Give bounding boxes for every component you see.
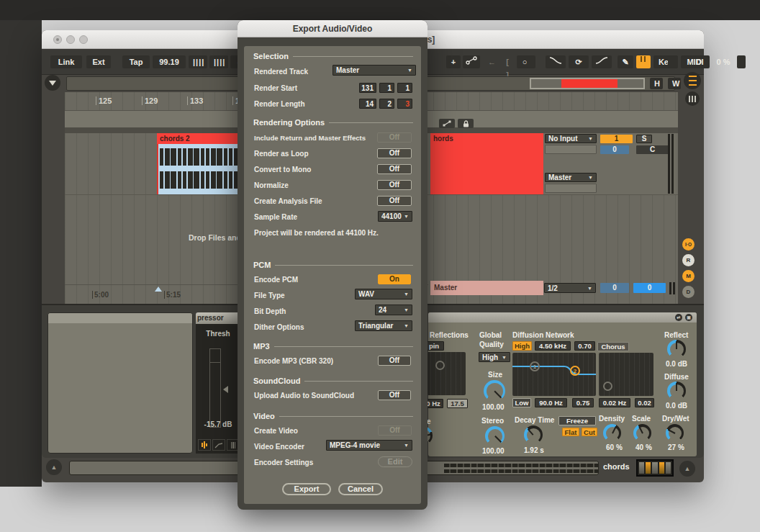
dn-low-freq[interactable]: 90.0 Hz [535, 398, 567, 407]
include-return-toggle[interactable]: Off [377, 132, 412, 143]
device-chain-overview[interactable] [636, 459, 674, 477]
compressor-title[interactable]: pressor [196, 312, 240, 324]
link-button[interactable]: Link [50, 55, 82, 68]
send-knob-value[interactable]: 0 [600, 145, 629, 154]
normalize-toggle[interactable]: Off [377, 180, 412, 190]
nudge-up-icon[interactable]: |||| [209, 55, 228, 68]
upload-soundcloud-toggle[interactable]: Off [378, 390, 411, 400]
overview-h-button[interactable]: H [650, 78, 663, 89]
freeze-button[interactable]: Freeze [558, 416, 596, 425]
automation-nodes-icon[interactable] [463, 55, 480, 68]
export-button[interactable]: Export [282, 483, 331, 495]
minimize-button[interactable] [66, 35, 75, 44]
quality-dropdown[interactable]: High▼ [479, 352, 510, 362]
scale-value[interactable]: 40 % [635, 443, 652, 451]
output-channel-box[interactable] [545, 184, 597, 193]
lock-icon[interactable] [458, 119, 474, 128]
dry-wet-value[interactable]: 27 % [668, 443, 684, 451]
input-routing-dropdown[interactable]: No Input▼ [545, 134, 597, 143]
diffuse-value[interactable]: 0.0 dB [666, 402, 687, 410]
cancel-button[interactable]: Cancel [338, 483, 383, 495]
threshold-handle-icon[interactable] [223, 386, 228, 393]
reverb-title-bar[interactable]: ⇄ ▣ [428, 312, 697, 323]
dn-high-toggle[interactable]: High [512, 341, 532, 351]
delay-section-toggle[interactable]: D [682, 286, 695, 298]
render-start-beat[interactable]: 1 [379, 83, 394, 93]
hot-swap-icon[interactable]: ⇄ [675, 314, 682, 321]
encode-pcm-toggle[interactable]: On [378, 274, 411, 284]
dn-marker-1[interactable]: 1 [530, 361, 540, 371]
output-routing-dropdown[interactable]: Master▼ [545, 173, 597, 182]
save-preset-icon[interactable]: ▣ [685, 314, 692, 321]
track-activator[interactable]: 1 [600, 135, 633, 143]
dn-low-q[interactable]: 0.75 [572, 398, 594, 407]
dn-high-q[interactable]: 0.70 [574, 341, 595, 351]
spin-amount-value[interactable]: 17.5 [447, 399, 468, 408]
rendered-track-dropdown[interactable]: Master▼ [332, 65, 416, 76]
piano-keyboard-icon[interactable] [636, 55, 651, 68]
maximize-button[interactable] [79, 35, 88, 44]
playhead-marker-icon[interactable] [155, 287, 162, 292]
mixer-section-toggle[interactable]: M [682, 270, 695, 282]
encode-mp3-toggle[interactable]: Off [378, 356, 411, 366]
file-type-dropdown[interactable]: WAV▼ [355, 289, 412, 299]
back-arrow-icon[interactable]: ← [484, 55, 498, 68]
device-scroll-right-icon[interactable]: ▲ [679, 461, 695, 477]
crossfade-assign[interactable]: C [636, 145, 669, 154]
spin-xy-graph[interactable] [425, 352, 466, 395]
encoder-settings-edit-button[interactable]: Edit [378, 456, 412, 467]
input-channel-box[interactable] [545, 145, 597, 154]
chorus-amount-value[interactable]: 0.02 [635, 398, 654, 407]
chorus-toggle[interactable]: Chorus [597, 342, 629, 351]
create-video-toggle[interactable]: Off [378, 425, 412, 436]
returns-section-toggle[interactable]: R [682, 254, 695, 266]
dn-filter-graph[interactable]: 1 2 [512, 353, 596, 396]
device-scroll-left-icon[interactable]: ▲ [46, 459, 62, 475]
reflect-knob[interactable] [667, 340, 686, 359]
master-pan-value[interactable]: 0 [600, 283, 629, 293]
dn-marker-2[interactable]: 2 [570, 366, 580, 376]
convert-to-mono-toggle[interactable]: Off [377, 164, 412, 174]
cut-button[interactable]: Cut [582, 428, 597, 436]
hamburger-menu-icon[interactable] [684, 72, 701, 89]
density-value[interactable]: 60 % [606, 443, 623, 451]
overdub-indicator[interactable]: D [692, 55, 703, 68]
bit-depth-dropdown[interactable]: 24▼ [375, 305, 412, 315]
diffuse-knob[interactable] [667, 382, 686, 400]
size-value[interactable]: 100.00 [482, 403, 505, 411]
punch-icon[interactable] [592, 55, 612, 68]
nudge-down-icon[interactable]: |||| [189, 55, 207, 68]
clip-tail-region[interactable]: hords [430, 133, 543, 194]
master-track-label[interactable]: Master [430, 281, 543, 295]
tempo-field[interactable]: 99.19 [153, 55, 186, 68]
loop-icon[interactable]: ⟳ [569, 55, 589, 68]
decay-time-value[interactable]: 1.92 s [524, 446, 544, 454]
scroll-left-icon[interactable] [45, 75, 60, 91]
ext-button[interactable]: Ext [86, 55, 111, 68]
activity-view-button[interactable] [198, 439, 211, 451]
render-start-bar[interactable]: 131 [359, 83, 376, 93]
reflect-value[interactable]: 0.0 dB [666, 360, 687, 368]
decay-time-knob[interactable] [524, 425, 543, 444]
pencil-icon[interactable]: ✎ [618, 55, 633, 68]
render-length-beat[interactable]: 2 [379, 99, 394, 109]
scale-knob[interactable] [633, 424, 651, 442]
plus-icon[interactable]: + [446, 55, 461, 68]
flat-button[interactable]: Flat [562, 428, 579, 436]
create-analysis-toggle[interactable]: Off [377, 196, 412, 206]
transfer-curve-button[interactable] [212, 439, 225, 451]
link-markers-icon[interactable] [439, 119, 455, 128]
dn-high-freq[interactable]: 4.50 kHz [535, 341, 571, 351]
overview-w-button[interactable]: W [668, 78, 681, 89]
render-start-sixteenth[interactable]: 1 [397, 83, 412, 93]
stereo-value[interactable]: 100.00 [482, 447, 505, 455]
overview-viewport[interactable] [530, 78, 645, 89]
spin-marker-icon[interactable] [435, 361, 445, 370]
density-knob[interactable] [603, 424, 621, 442]
close-button[interactable] [53, 35, 62, 44]
fade-icon[interactable] [546, 55, 566, 68]
dn-low-toggle[interactable]: Low [512, 398, 531, 407]
chorus-rate-value[interactable]: 0.02 Hz [599, 398, 630, 407]
render-length-sixteenth[interactable]: 3 [397, 99, 412, 109]
stereo-knob[interactable] [485, 426, 505, 446]
